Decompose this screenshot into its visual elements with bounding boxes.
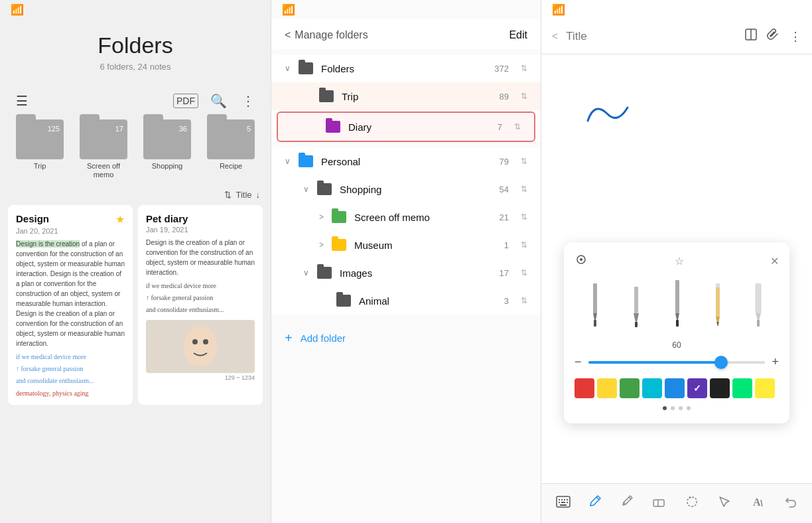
notes-grid: Design ★ Jan 20, 2021 Design is the crea… (0, 205, 271, 405)
back-button[interactable]: < Manage folders (285, 29, 368, 41)
note-handwriting-design: if we medical device more ↑ forsake gene… (16, 351, 125, 387)
folder-row-museum[interactable]: > Museum 1 ⇅ (271, 231, 541, 259)
undo-tool-button[interactable] (780, 492, 800, 515)
pdf-button[interactable]: PDF (173, 94, 198, 108)
note-card-pet-diary[interactable]: Pet diary Jan 19, 2021 Design is the cre… (138, 205, 263, 405)
color-swatch-bright-yellow[interactable] (755, 378, 775, 398)
folder-count-trip: 125 (48, 125, 60, 133)
pen-nib-light[interactable] (752, 283, 764, 330)
folder-item-shopping[interactable]: 36 Shopping (138, 119, 196, 179)
folder-count-screen-off: 17 (115, 125, 123, 133)
folder-row-screen-off-memo[interactable]: > Screen off memo 21 ⇅ (271, 203, 541, 231)
keyboard-tool-button[interactable] (553, 493, 573, 514)
pen-close-button[interactable]: ✕ (770, 255, 779, 267)
editor-canvas[interactable]: ☆ ✕ (541, 54, 812, 483)
note-image-pet (146, 320, 255, 373)
folder-row-personal[interactable]: ∨ Personal 79 ⇅ (271, 147, 541, 175)
lasso-tool-button[interactable] (682, 492, 702, 515)
picker-dots (575, 406, 779, 410)
pen-options (575, 277, 779, 330)
pen-nib-pencil[interactable] (712, 283, 723, 330)
folder-row-root[interactable]: ∨ Folders 372 ⇅ (271, 54, 541, 82)
svg-rect-22 (757, 320, 760, 327)
folder-row-diary[interactable]: Diary 7 ⇅ (277, 112, 535, 142)
attach-icon[interactable] (767, 28, 780, 44)
folder-count-screen-off-memo: 21 (500, 212, 509, 222)
folder-item-recipe[interactable]: 5 Recipe (202, 119, 260, 179)
dot-2 (671, 406, 675, 410)
chevron-down-icon-personal: ∨ (285, 157, 291, 166)
note-img-label-pet: 129 ~ 1234 (146, 374, 255, 381)
folder-label-recipe: Recipe (220, 162, 242, 171)
canvas-stroke (575, 94, 641, 134)
split-view-icon[interactable] (744, 28, 758, 44)
folder-item-screen-off[interactable]: 17 Screen offmemo (74, 119, 133, 179)
color-swatch-red[interactable] (575, 378, 594, 398)
svg-rect-16 (716, 283, 720, 317)
sort-direction[interactable]: ↓ (256, 190, 261, 200)
color-swatch-cyan[interactable] (642, 378, 662, 398)
pen-picker-popup: ☆ ✕ (564, 242, 789, 423)
sort-arrows-personal: ⇅ (521, 157, 527, 166)
slider-thumb[interactable] (714, 356, 728, 369)
svg-rect-15 (676, 320, 679, 327)
pencil-tool-button[interactable] (618, 492, 636, 515)
selection-tool-button[interactable] (714, 492, 734, 515)
sort-arrows-diary: ⇅ (514, 122, 521, 131)
note-handwriting-red: dermatology, physics aging (16, 390, 125, 397)
more-button[interactable]: ⋮ (239, 90, 257, 112)
back-chevron-icon: < (285, 29, 291, 41)
note-card-design[interactable]: Design ★ Jan 20, 2021 Design is the crea… (8, 205, 133, 405)
add-folder-label: Add folder (301, 333, 346, 344)
size-decrease-button[interactable]: − (575, 355, 582, 369)
folder-icon-shopping (317, 183, 332, 195)
folders-title: Folders (0, 32, 271, 59)
color-swatch-yellow[interactable] (597, 378, 617, 398)
text-tool-button[interactable]: A (748, 492, 768, 515)
folder-count-root: 372 (494, 64, 509, 74)
color-swatch-green[interactable] (620, 378, 640, 398)
folder-label-shopping: Shopping (152, 162, 183, 171)
pen-nib-2[interactable] (630, 287, 642, 330)
color-swatch-purple[interactable] (687, 378, 707, 398)
svg-rect-33 (653, 500, 664, 506)
eraser-tool-button[interactable] (649, 492, 669, 515)
sort-arrows-root: ⇅ (521, 64, 527, 73)
size-increase-button[interactable]: + (772, 355, 779, 369)
svg-point-35 (689, 496, 691, 498)
folders-header: Folders 6 folders, 24 notes (0, 19, 271, 77)
svg-point-2 (203, 339, 208, 344)
sort-icon[interactable]: ⇅ (224, 190, 232, 200)
pen-favorite-icon[interactable] (575, 253, 588, 269)
editor-back-button[interactable]: < (552, 31, 558, 42)
pen-tool-button[interactable] (586, 492, 604, 515)
pen-star-button[interactable]: ☆ (675, 255, 684, 267)
editor-title-input[interactable] (566, 30, 736, 43)
color-swatch-black[interactable] (710, 378, 730, 398)
folder-name-images: Images (340, 267, 492, 279)
color-swatch-blue[interactable] (665, 378, 685, 398)
menu-button[interactable]: ☰ (13, 90, 31, 112)
sort-label[interactable]: Title (236, 190, 251, 200)
folder-item-trip[interactable]: 125 Trip (11, 119, 69, 179)
edit-button[interactable]: Edit (509, 29, 527, 41)
svg-marker-18 (716, 322, 719, 327)
svg-rect-27 (567, 499, 568, 500)
pen-nib-3[interactable] (671, 280, 683, 330)
size-label: 60 (575, 340, 779, 350)
note-title-pet-diary: Pet diary (146, 213, 188, 224)
folder-section-root: ∨ Folders 372 ⇅ Trip 89 ⇅ Diary (271, 54, 541, 142)
folder-row-trip[interactable]: Trip 89 ⇅ (271, 82, 541, 110)
note-text-pet-diary: Design is the creation of a plan or conv… (146, 238, 255, 277)
folder-row-images[interactable]: ∨ Images 17 ⇅ (271, 259, 541, 287)
pen-nib-1[interactable] (589, 283, 601, 330)
color-swatch-bright-green[interactable] (732, 378, 752, 398)
svg-point-6 (580, 258, 582, 261)
folder-row-shopping[interactable]: ∨ Shopping 54 ⇅ (271, 175, 541, 203)
more-options-icon[interactable]: ⋮ (789, 29, 801, 44)
add-folder-row[interactable]: + Add folder (271, 320, 541, 356)
size-slider-track[interactable] (588, 361, 766, 364)
folder-row-animal[interactable]: Animal 3 ⇅ (271, 287, 541, 315)
folder-count-trip-list: 89 (500, 92, 509, 102)
search-button[interactable]: 🔍 (208, 90, 230, 112)
